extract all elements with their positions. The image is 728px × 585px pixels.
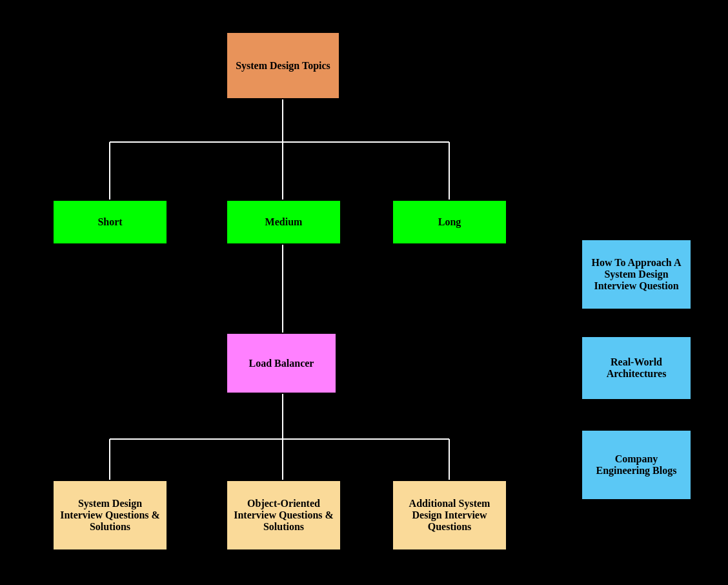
node-label: Company Engineering Blogs: [589, 453, 684, 477]
node-label: Short: [97, 216, 122, 228]
node-how-to-approach[interactable]: How To Approach A System Design Intervie…: [581, 239, 692, 310]
node-label: Long: [438, 216, 461, 228]
node-system-design-topics[interactable]: System Design Topics: [226, 32, 340, 99]
node-label: How To Approach A System Design Intervie…: [589, 257, 684, 292]
node-additional-system[interactable]: Additional System Design Interview Quest…: [392, 480, 507, 551]
node-company-engineering[interactable]: Company Engineering Blogs: [581, 429, 692, 500]
node-label: System Design Topics: [236, 60, 330, 72]
node-medium[interactable]: Medium: [226, 200, 341, 245]
node-label: Object-Oriented Interview Questions & So…: [234, 498, 334, 533]
node-real-world[interactable]: Real-World Architectures: [581, 336, 692, 400]
node-label: Load Balancer: [249, 358, 314, 369]
node-long[interactable]: Long: [392, 200, 507, 245]
node-label: Real-World Architectures: [589, 356, 684, 380]
node-label: Additional System Design Interview Quest…: [399, 498, 500, 533]
node-label: System Design Interview Questions & Solu…: [60, 498, 160, 533]
node-object-oriented[interactable]: Object-Oriented Interview Questions & So…: [226, 480, 341, 551]
node-label: Medium: [265, 216, 303, 228]
node-system-design-interview[interactable]: System Design Interview Questions & Solu…: [52, 480, 168, 551]
node-load-balancer[interactable]: Load Balancer: [226, 333, 337, 394]
node-short[interactable]: Short: [52, 200, 168, 245]
